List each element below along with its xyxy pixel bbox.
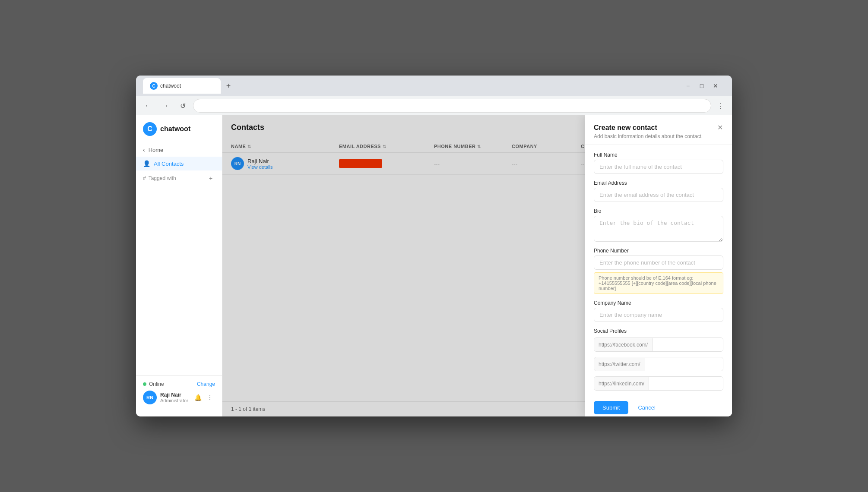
bio-group: Bio — [594, 208, 723, 242]
facebook-input-wrapper: https://facebook.com/ — [594, 337, 723, 352]
forward-button[interactable]: → — [158, 99, 172, 113]
col-name[interactable]: NAME ⇅ — [231, 144, 339, 149]
window-controls: − □ ✕ — [682, 80, 722, 92]
new-tab-button[interactable]: + — [222, 80, 234, 92]
sidebar-bottom: Online Change RN Raji Nair Administrator… — [136, 375, 222, 410]
contacts-icon: 👤 — [143, 160, 150, 167]
maximize-button[interactable]: □ — [696, 80, 708, 92]
contact-info: Raji Nair View details — [247, 158, 273, 170]
user-details: Raji Nair Administrator — [160, 392, 189, 403]
sidebar-item-home[interactable]: ‹ Home — [136, 143, 222, 157]
email-group: Email Address — [594, 180, 723, 202]
change-status-link[interactable]: Change — [197, 381, 215, 387]
contact-name-cell: RN Raji Nair View details — [231, 157, 339, 170]
col-phone[interactable]: PHONE NUMBER ⇅ — [434, 144, 512, 149]
full-name-label: Full Name — [594, 152, 723, 158]
tab-favicon: C — [150, 82, 158, 90]
social-profiles-group: Social Profiles https://facebook.com/ ht… — [594, 328, 723, 394]
view-details-link[interactable]: View details — [247, 164, 273, 170]
linkedin-input-wrapper: https://linkedin.com/ — [594, 376, 723, 391]
add-tag-button[interactable]: + — [206, 174, 215, 183]
tagged-with-label: Tagged with — [149, 175, 176, 181]
sort-name-icon: ⇅ — [247, 144, 251, 149]
email-redacted — [339, 159, 382, 168]
phone-input[interactable] — [594, 255, 723, 270]
sidebar-home-label: Home — [149, 147, 164, 153]
create-contact-panel: Create new contact Add basic information… — [585, 115, 732, 416]
sidebar-tagged-section[interactable]: # Tagged with + — [136, 170, 222, 186]
tab-bar: C chatwoot + — [143, 78, 678, 94]
sort-email-icon: ⇅ — [383, 144, 386, 149]
contact-name: Raji Nair — [247, 158, 273, 164]
page-title: Contacts — [231, 123, 264, 132]
tab-label: chatwoot — [160, 83, 181, 89]
sidebar: C chatwoot ‹ Home 👤 All Contacts # Tagge… — [136, 115, 222, 416]
user-actions: 🔔 ⋮ — [193, 392, 215, 403]
sidebar-nav: ‹ Home 👤 All Contacts # Tagged with + — [136, 143, 222, 375]
email-label: Email Address — [594, 180, 723, 186]
social-profiles-label: Social Profiles — [594, 328, 723, 334]
sidebar-item-all-contacts[interactable]: 👤 All Contacts — [136, 157, 222, 170]
browser-titlebar: C chatwoot + − □ ✕ — [136, 76, 732, 96]
cancel-button[interactable]: Cancel — [633, 401, 660, 414]
sidebar-logo: C chatwoot — [136, 122, 222, 143]
panel-subtitle: Add basic information details about the … — [594, 133, 723, 139]
minimize-button[interactable]: − — [682, 80, 694, 92]
col-company: COMPANY — [512, 144, 581, 149]
notification-button[interactable]: 🔔 — [193, 392, 203, 403]
panel-title: Create new contact — [594, 124, 723, 132]
user-info: RN Raji Nair Administrator 🔔 ⋮ — [143, 391, 215, 404]
reload-button[interactable]: ↺ — [176, 99, 190, 113]
contact-email-cell — [339, 159, 434, 168]
linkedin-prefix: https://linkedin.com/ — [594, 377, 649, 390]
bio-input[interactable] — [594, 216, 723, 242]
company-group: Company Name — [594, 300, 723, 322]
contact-company: --- — [512, 161, 581, 167]
browser-toolbar: ← → ↺ ⋮ — [136, 96, 732, 115]
facebook-prefix: https://facebook.com/ — [594, 338, 653, 351]
phone-group: Phone Number Phone number should be of E… — [594, 248, 723, 294]
company-label: Company Name — [594, 300, 723, 306]
twitter-input-wrapper: https://twitter.com/ — [594, 357, 723, 371]
browser-tab[interactable]: C chatwoot — [143, 78, 221, 94]
chatwoot-logo-icon: C — [143, 122, 157, 136]
close-button[interactable]: ✕ — [710, 80, 722, 92]
company-input[interactable] — [594, 308, 723, 322]
avatar: RN — [231, 157, 244, 170]
online-label: Online — [149, 381, 164, 387]
address-bar[interactable] — [193, 99, 711, 113]
contact-phone: --- — [434, 161, 512, 167]
full-name-input[interactable] — [594, 160, 723, 174]
panel-actions: Submit Cancel — [585, 401, 732, 416]
pagination-text: 1 - 1 of 1 items — [231, 406, 265, 412]
phone-label: Phone Number — [594, 248, 723, 254]
chatwoot-logo-text: chatwoot — [160, 125, 190, 133]
user-name: Raji Nair — [160, 392, 189, 398]
home-icon: ‹ — [143, 146, 145, 153]
app-content: C chatwoot ‹ Home 👤 All Contacts # Tagge… — [136, 115, 732, 416]
main-content: Contacts 🔍 NAME ⇅ EMAIL ADDRESS ⇅ PHONE … — [222, 115, 732, 416]
avatar: RN — [143, 391, 157, 404]
col-email[interactable]: EMAIL ADDRESS ⇅ — [339, 144, 434, 149]
close-panel-button[interactable]: ✕ — [715, 122, 725, 132]
sort-phone-icon: ⇅ — [477, 144, 481, 149]
status-dot — [143, 382, 146, 386]
more-options-button[interactable]: ⋮ — [205, 392, 215, 403]
back-button[interactable]: ← — [141, 99, 155, 113]
phone-warning: Phone number should be of E.164 format e… — [594, 272, 723, 294]
browser-menu-button[interactable]: ⋮ — [715, 100, 727, 112]
online-status: Online Change — [143, 381, 215, 387]
linkedin-input[interactable] — [649, 377, 723, 390]
panel-form: Full Name Email Address Bio — [585, 145, 732, 401]
hash-icon: # — [143, 175, 146, 181]
panel-header: Create new contact Add basic information… — [585, 115, 732, 145]
submit-button[interactable]: Submit — [594, 401, 628, 414]
full-name-group: Full Name — [594, 152, 723, 174]
bio-label: Bio — [594, 208, 723, 214]
user-role: Administrator — [160, 398, 189, 403]
facebook-input[interactable] — [653, 338, 723, 351]
email-input[interactable] — [594, 188, 723, 202]
twitter-prefix: https://twitter.com/ — [594, 358, 645, 371]
sidebar-contacts-label: All Contacts — [154, 161, 184, 167]
twitter-input[interactable] — [645, 357, 723, 371]
